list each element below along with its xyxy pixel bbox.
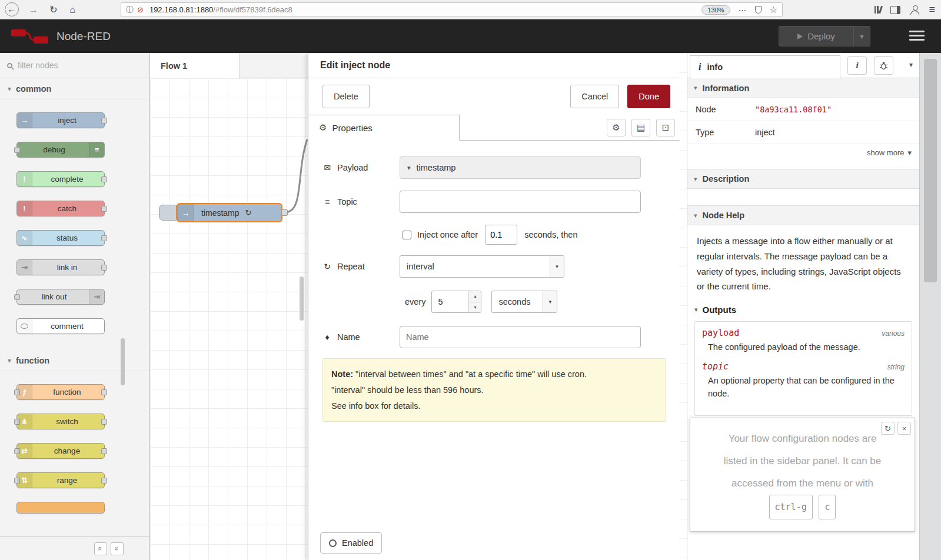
browser-menu-icon[interactable]: ≡ — [929, 4, 935, 16]
palette-node-link-in[interactable]: ⇥ link in — [16, 259, 105, 275]
interval-count-input[interactable]: 5 ▴ ▾ — [431, 291, 481, 313]
name-input[interactable] — [400, 326, 641, 348]
section-information[interactable]: ▾ Information — [687, 78, 919, 98]
palette-node-function[interactable]: ƒ function — [16, 384, 105, 400]
outputs-section-toggle[interactable]: ▾ Outputs — [687, 300, 919, 319]
page-actions-icon[interactable]: ⋯ — [739, 5, 747, 15]
tab-info[interactable]: i info — [690, 55, 840, 78]
home-icon: ⌂ — [69, 5, 75, 15]
workspace-scrollbar[interactable] — [300, 276, 304, 321]
deploy-options-caret[interactable]: ▼ — [853, 26, 870, 46]
palette-node-switch[interactable]: ⋔ switch — [16, 414, 105, 429]
palette-category-function[interactable]: ▾ function — [0, 350, 149, 371]
payload-prop-type: various — [882, 329, 905, 338]
name-label: ♦ Name — [322, 332, 400, 342]
zoom-indicator[interactable]: 130% — [701, 5, 730, 15]
home-button[interactable]: ⌂ — [65, 2, 80, 17]
output-port — [101, 118, 107, 124]
repeat-label: ↻ Repeat — [322, 262, 400, 271]
section-node-help[interactable]: ▾ Node Help — [687, 205, 919, 225]
palette-scrollbar[interactable] — [121, 338, 125, 385]
info-row-type: Type inject — [687, 121, 919, 144]
notification-refresh-button[interactable]: ↻ — [881, 422, 895, 435]
repeat-select[interactable]: interval ▼ — [400, 255, 564, 278]
palette-node-partial[interactable] — [16, 502, 105, 514]
output-port — [101, 419, 107, 425]
spinner-down-icon[interactable]: ▾ — [469, 302, 481, 313]
palette-node-inject[interactable]: → inject — [16, 112, 105, 128]
page-scrollbar[interactable] — [919, 53, 941, 560]
kbd-c: c — [819, 495, 836, 519]
inject-icon: → — [21, 116, 28, 125]
main-menu-button[interactable] — [909, 28, 925, 43]
payload-prop-desc: The configured payload of the message. — [708, 341, 905, 354]
node-settings-button[interactable]: ⚙ — [607, 119, 626, 136]
inject-trigger-button[interactable] — [159, 205, 177, 221]
chevron-down-icon: ▾ — [694, 306, 698, 314]
section-description[interactable]: ▾ Description — [687, 169, 919, 189]
done-button[interactable]: Done — [627, 85, 670, 108]
palette-node-debug[interactable]: debug ≡ — [16, 142, 105, 158]
sidebar-options-caret[interactable]: ▾ — [909, 61, 913, 69]
topic-input[interactable] — [400, 191, 641, 213]
palette-category-common[interactable]: ▾ common — [0, 78, 149, 99]
inject-once-checkbox[interactable] — [403, 231, 411, 239]
info-tab-button[interactable]: i — [847, 56, 867, 75]
inject-once-delay-input[interactable] — [485, 225, 517, 245]
palette-expand-all-button[interactable]: » — [111, 542, 124, 555]
node-red-app: ← → ↻ ⌂ ⓘ ⊘ 192.168.0.81:1880/#flow/df57… — [0, 0, 941, 560]
cancel-button[interactable]: Cancel — [570, 85, 619, 108]
forward-button[interactable]: → — [26, 2, 41, 17]
nodered-logo — [11, 28, 49, 45]
comment-icon — [21, 324, 28, 329]
bookmark-star-icon[interactable]: ☆ — [770, 5, 777, 15]
plugin-blocked-icon[interactable]: ⊘ — [137, 5, 144, 14]
sidebar-toggle-icon[interactable] — [890, 6, 900, 14]
page-scrollbar-thumb[interactable] — [924, 59, 937, 282]
reload-button[interactable]: ↻ — [46, 2, 61, 17]
dialog-title: Edit inject node — [308, 53, 680, 78]
debug-tab-button[interactable] — [874, 56, 893, 75]
tab-properties[interactable]: ⚙ Properties — [308, 115, 460, 141]
description-button[interactable]: ▤ — [631, 119, 650, 136]
appearance-button[interactable]: ⊡ — [656, 119, 675, 136]
url-bar[interactable]: ⓘ ⊘ 192.168.0.81:1880/#flow/df57839f.6de… — [121, 2, 783, 17]
back-button[interactable]: ← — [5, 2, 19, 16]
payload-typed-input[interactable]: ▾ timestamp — [400, 156, 641, 179]
account-icon[interactable] — [910, 5, 919, 15]
shield-icon[interactable] — [755, 6, 762, 14]
spinner-up-icon[interactable]: ▴ — [469, 291, 481, 302]
node-help-text: Injects a message into a flow either man… — [687, 225, 919, 300]
kbd-ctrl-g: ctrl-g — [769, 495, 813, 519]
palette-node-change[interactable]: ⇄ change — [16, 443, 105, 459]
topic-prop-name: topic — [702, 361, 729, 372]
delete-button[interactable]: Delete — [322, 85, 370, 108]
note-box: Note: "interval between times" and "at a… — [322, 358, 666, 422]
palette-node-comment[interactable]: comment — [16, 318, 105, 334]
info-row-node: Node "8a93ca11.08f01" — [687, 98, 919, 121]
palette-search[interactable]: filter nodes — [0, 53, 149, 78]
palette-node-range[interactable]: ⇅ range — [16, 472, 105, 488]
show-more-link[interactable]: show more ▾ — [687, 144, 919, 161]
flow-workspace: Flow 1 → timestamp ↻ — [150, 53, 308, 560]
dialog-tabbar: ⚙ Properties ⚙ ▤ ⊡ — [308, 115, 680, 141]
enabled-toggle-button[interactable]: Enabled — [320, 532, 382, 554]
notification-close-button[interactable]: × — [897, 422, 911, 435]
flow-node-timestamp[interactable]: → timestamp ↻ — [177, 203, 282, 222]
library-icon[interactable] — [875, 6, 882, 14]
palette-node-status[interactable]: ∿ status — [16, 230, 105, 246]
site-info-icon[interactable]: ⓘ — [126, 5, 134, 15]
output-port — [101, 478, 107, 484]
palette-node-complete[interactable]: ! complete — [16, 171, 105, 187]
deploy-button[interactable]: Deploy ▼ — [779, 26, 870, 46]
palette-collapse-all-button[interactable]: « — [94, 542, 107, 555]
interval-units-select[interactable]: seconds ▼ — [491, 291, 557, 313]
node-output-port[interactable] — [281, 209, 288, 216]
function-icon: ƒ — [22, 388, 26, 396]
palette-node-catch[interactable]: ! catch — [16, 201, 105, 216]
gear-icon: ⚙ — [612, 122, 620, 133]
tab-flow-1[interactable]: Flow 1 — [150, 53, 240, 78]
palette-node-link-out[interactable]: link out ⇥ — [16, 289, 105, 305]
input-port — [14, 294, 20, 300]
sidebar-separator[interactable] — [680, 53, 687, 560]
